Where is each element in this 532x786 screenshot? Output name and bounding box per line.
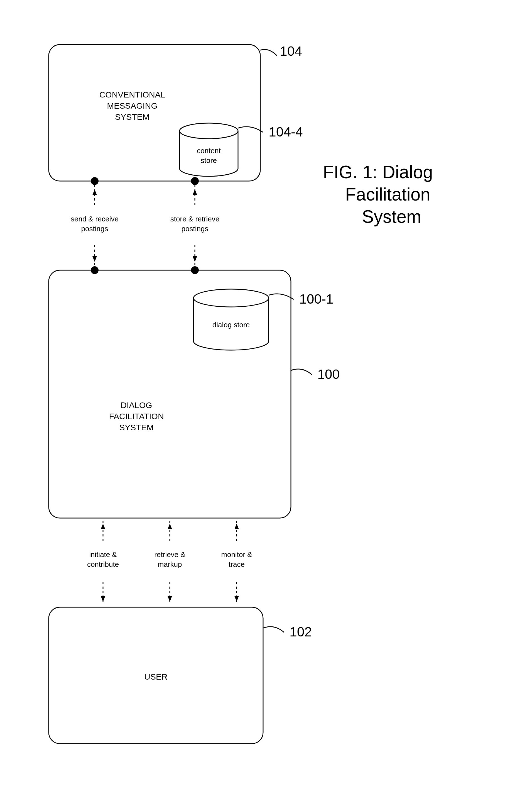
conventional-messaging-system-label-1: CONVENTIONAL: [99, 90, 165, 99]
edge-initiate-label-2: contribute: [87, 560, 119, 569]
content-store-label-1: content: [197, 146, 221, 155]
dialog-facilitation-system-label-3: SYSTEM: [119, 423, 153, 432]
dialog-store-cylinder: [193, 289, 269, 350]
conventional-messaging-system-label-3: SYSTEM: [115, 112, 149, 121]
figure-title-line2: Facilitation: [345, 184, 430, 204]
dialog-store-label: dialog store: [212, 321, 250, 329]
ref-leader-100: [291, 369, 312, 375]
edge-send-receive-label-1: send & receive: [71, 215, 119, 223]
figure-title-line1: FIG. 1: Dialog: [323, 162, 433, 182]
ref-leader-100-1: [269, 294, 294, 299]
dialog-facilitation-system-label-2: FACILITATION: [109, 412, 164, 421]
edge-retrieve-label-2: markup: [158, 560, 182, 569]
conventional-messaging-system-label-2: MESSAGING: [107, 101, 158, 110]
conventional-messaging-system-box: [49, 45, 260, 181]
port-top-left: [91, 177, 99, 185]
edge-initiate-label-1: initiate &: [89, 550, 117, 559]
content-store-label-2: store: [201, 156, 217, 165]
ref-leader-102: [263, 627, 284, 632]
dialog-facilitation-diagram: FIG. 1: Dialog Facilitation System CONVE…: [0, 0, 532, 786]
user-label: USER: [144, 672, 167, 681]
edge-monitor-label-1: monitor &: [221, 550, 252, 559]
edge-send-receive-label-2: postings: [81, 225, 108, 233]
ref-label-100-1: 100-1: [299, 292, 334, 306]
figure-title-line3: System: [362, 207, 421, 227]
port-top-right: [191, 177, 199, 185]
ref-leader-104-4: [238, 127, 263, 132]
edge-store-retrieve-label-2: postings: [182, 225, 209, 233]
svg-point-5: [193, 289, 269, 307]
edge-retrieve-label-1: retrieve &: [154, 550, 185, 559]
dialog-facilitation-system-label-1: DIALOG: [121, 400, 152, 410]
edge-store-retrieve-label-1: store & retrieve: [170, 215, 219, 223]
ref-label-104-4: 104-4: [269, 124, 303, 139]
ref-label-100: 100: [317, 367, 340, 382]
svg-point-0: [179, 123, 238, 139]
edge-monitor-label-2: trace: [228, 560, 245, 569]
ref-label-104: 104: [280, 44, 302, 59]
ref-leader-104: [260, 50, 277, 56]
ref-label-102: 102: [290, 624, 312, 639]
dialog-facilitation-system-box: [49, 270, 291, 518]
